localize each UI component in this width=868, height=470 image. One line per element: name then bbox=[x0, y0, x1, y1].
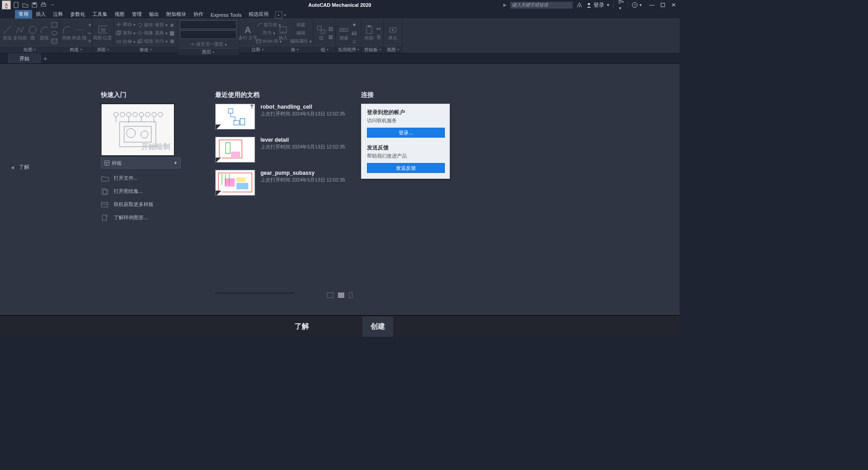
tool-fillet[interactable]: 圆角▾ bbox=[155, 29, 168, 37]
user-icon[interactable]: 登录 ▼ bbox=[586, 1, 610, 9]
tool-paste[interactable]: 粘贴 bbox=[364, 25, 375, 41]
tool-modx1[interactable]: ⌀ bbox=[169, 21, 174, 29]
folder-open-icon bbox=[101, 175, 109, 182]
sample-drawings-link[interactable]: 了解样例图形... bbox=[101, 214, 192, 221]
new-tab-button[interactable]: ＋ bbox=[40, 54, 50, 63]
tool-trim[interactable]: 修剪▾ bbox=[155, 21, 168, 29]
app-menu-button[interactable]: M bbox=[2, 0, 11, 10]
footer-tab-create[interactable]: 创建 bbox=[362, 317, 393, 337]
online-templates-link[interactable]: 联机获取更多样板 bbox=[101, 201, 192, 208]
tool-ungroup[interactable]: ⊟ bbox=[328, 25, 333, 33]
print-icon[interactable] bbox=[40, 1, 47, 9]
recent-thumb-0 bbox=[215, 104, 255, 129]
tool-copyclip[interactable]: ⎘ bbox=[376, 33, 381, 41]
tool-constr-line[interactable]: 构造 线 bbox=[73, 25, 85, 41]
template-dropdown[interactable]: 样板 ▼ bbox=[101, 158, 181, 168]
maximize-button[interactable] bbox=[660, 2, 666, 8]
feedback-button[interactable]: 发送反馈 bbox=[367, 163, 445, 173]
tool-group[interactable]: 组 bbox=[316, 25, 327, 41]
tool-power[interactable]: 动力▾ bbox=[155, 37, 168, 45]
svg-point-13 bbox=[52, 31, 57, 35]
tool-centerline[interactable]: ⌖ bbox=[87, 21, 92, 29]
search-arrow-icon[interactable]: ▶ bbox=[503, 3, 506, 7]
help-icon[interactable]: ?▼ bbox=[632, 2, 642, 8]
tool-ellipse[interactable] bbox=[51, 29, 58, 37]
tool-hatch[interactable] bbox=[51, 37, 58, 45]
ribbon-tab-insert[interactable]: 插入 bbox=[32, 10, 49, 19]
exchange-icon[interactable]: ▼ bbox=[617, 0, 624, 11]
tool-modx3[interactable]: ⊕ bbox=[169, 37, 174, 45]
tool-util1[interactable]: ✦ bbox=[352, 21, 357, 29]
view-grid-icon[interactable] bbox=[327, 293, 333, 298]
infocenter-icon[interactable] bbox=[576, 2, 583, 8]
pin-icon[interactable] bbox=[249, 104, 255, 109]
tool-block-attr[interactable]: 编辑属性▾ bbox=[290, 37, 312, 45]
tool-array[interactable]: ▦ bbox=[169, 29, 174, 37]
qat-dropdown-icon[interactable] bbox=[49, 1, 56, 9]
ribbon-tab-addons[interactable]: 附加模块 bbox=[163, 10, 190, 19]
ribbon-tab-home[interactable]: 常用 bbox=[15, 10, 32, 19]
svg-rect-61 bbox=[102, 215, 106, 221]
svg-point-41 bbox=[133, 112, 137, 117]
tool-block-edit[interactable]: 编辑 bbox=[290, 29, 312, 37]
ribbon-tab-manage[interactable]: 管理 bbox=[128, 10, 145, 19]
minimize-button[interactable]: — bbox=[649, 2, 655, 8]
footer-tab-learn[interactable]: 了解 bbox=[286, 317, 317, 337]
tool-detail[interactable]: 局部 位置 bbox=[95, 25, 110, 41]
tool-group2[interactable]: ⊞ bbox=[328, 33, 333, 41]
tool-circle[interactable]: 圆 bbox=[28, 25, 38, 41]
tool-mirror[interactable]: 镜像 bbox=[137, 29, 153, 37]
ribbon-overflow-icon[interactable]: ▪ bbox=[275, 11, 282, 19]
ribbon-tab-parametric[interactable]: 参数化 bbox=[67, 10, 89, 19]
login-button[interactable]: 登录... bbox=[367, 128, 445, 138]
tool-measure[interactable]: 测量 bbox=[338, 25, 350, 41]
ribbon-tab-collab[interactable]: 协作 bbox=[190, 10, 207, 19]
tool-block-create[interactable]: 创建 bbox=[290, 21, 312, 29]
save-icon[interactable] bbox=[31, 1, 38, 9]
view-list-icon[interactable] bbox=[338, 293, 344, 298]
ribbon-tab-output[interactable]: 输出 bbox=[145, 10, 163, 19]
svg-point-5 bbox=[588, 3, 590, 5]
panel-util-label: 实用程序 bbox=[338, 47, 356, 53]
help-search-input[interactable]: 键入关键字或短语 bbox=[510, 2, 573, 9]
ribbon-tab-featured[interactable]: 精选应用 bbox=[245, 10, 272, 19]
learn-side-link[interactable]: ◀ 了解 bbox=[11, 163, 29, 171]
tool-util2[interactable]: 🜲 bbox=[352, 29, 357, 37]
ribbon-tab-express[interactable]: Express Tools bbox=[207, 11, 245, 19]
connect-column: 连接 登录到您的帐户 访问联机服务 登录... 发送反馈 帮助我们改进产品 发送… bbox=[361, 91, 443, 179]
tool-cline3[interactable]: ✧ bbox=[87, 37, 92, 45]
tool-line[interactable]: 直线 bbox=[2, 25, 12, 41]
tool-mtext[interactable]: A多行 文字 bbox=[241, 25, 254, 41]
svg-rect-35 bbox=[368, 25, 371, 27]
tool-cline2[interactable]: ↔ bbox=[87, 29, 92, 37]
tool-chamfer[interactable]: 倒角 bbox=[62, 25, 72, 41]
close-button[interactable]: ✕ bbox=[670, 2, 677, 8]
ribbon-tab-annotate[interactable]: 注释 bbox=[49, 10, 67, 19]
tool-copy[interactable]: 复制▾ bbox=[116, 29, 135, 37]
open-sheetset-link[interactable]: 打开图纸集... bbox=[101, 188, 192, 195]
tool-polyline[interactable]: 多段线 bbox=[14, 25, 26, 41]
tool-insert-block[interactable]: 插入 bbox=[278, 25, 288, 41]
tool-basepoint[interactable]: 基点 bbox=[386, 25, 400, 41]
tool-rotate[interactable]: 旋转 bbox=[137, 21, 153, 29]
tool-scale[interactable]: 缩放 bbox=[137, 37, 153, 45]
layer-dropdown2[interactable] bbox=[180, 30, 236, 39]
new-icon[interactable] bbox=[13, 1, 20, 9]
start-drawing-tile[interactable]: 开始绘制 bbox=[101, 104, 174, 156]
ribbon-tab-toolset[interactable]: 工具集 bbox=[89, 10, 111, 19]
tool-stretch[interactable]: 拉伸▾ bbox=[116, 38, 135, 46]
tool-cut[interactable]: ✂ bbox=[376, 25, 381, 33]
open-icon[interactable] bbox=[22, 1, 29, 9]
tool-move[interactable]: 移动▾ bbox=[116, 20, 135, 29]
tool-util3[interactable]: ⌂ bbox=[352, 37, 357, 45]
file-tab-start[interactable]: 开始 bbox=[8, 53, 41, 63]
layer-dropdown[interactable] bbox=[180, 20, 236, 29]
title-bar: M AutoCAD Mechanical 2020 ▶ 键入关键字或短语 登录 … bbox=[0, 0, 680, 10]
tool-arc[interactable]: 圆弧 bbox=[39, 25, 49, 41]
tool-move-layer[interactable]: 移至另一图层▾ bbox=[180, 40, 236, 48]
recent-sub-0: 上次打开时间 2024年5月13日 12:02:35 bbox=[260, 111, 345, 117]
tool-rect[interactable] bbox=[51, 21, 58, 29]
open-file-link[interactable]: 打开文件... bbox=[101, 175, 192, 182]
ribbon-tab-view[interactable]: 视图 bbox=[111, 10, 128, 19]
view-compact-icon[interactable] bbox=[349, 293, 352, 298]
